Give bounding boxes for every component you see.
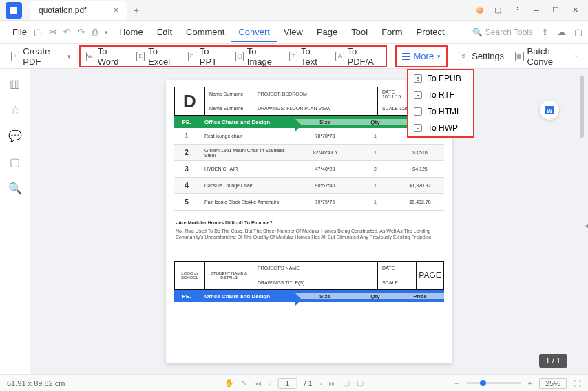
fit-width-icon[interactable]: ▢ bbox=[343, 379, 350, 388]
gear-icon: ⚙ bbox=[459, 52, 468, 61]
to-excel-label: To Excel bbox=[148, 46, 176, 67]
menu-comment[interactable]: Comment bbox=[179, 27, 231, 37]
share-icon[interactable]: ⇪ bbox=[541, 27, 549, 37]
menu-form[interactable]: Form bbox=[375, 27, 409, 37]
first-page-icon[interactable]: ⏮ bbox=[254, 379, 262, 388]
th2-pe: PE. bbox=[174, 293, 199, 299]
ppt-icon: P bbox=[188, 52, 196, 61]
word-float-button[interactable]: W bbox=[540, 101, 559, 120]
to-word-button[interactable]: WTo Word bbox=[81, 43, 132, 70]
menu-page[interactable]: Page bbox=[310, 27, 344, 37]
titlebar: quotation.pdf × + ▢ ⋮ ─ ☐ ✕ bbox=[0, 0, 588, 21]
th-size: Size bbox=[295, 119, 355, 125]
para-answer: No, That Used To Be The Case, But The Sh… bbox=[176, 228, 443, 240]
page-indicator-badge: 1 / 1 bbox=[539, 354, 567, 368]
document-canvas[interactable]: D Name Surname PROJECT: BEDROOM DATE 10/… bbox=[30, 69, 588, 374]
table2-header: PE. Office Chairs and Design Size Qty Pr… bbox=[174, 290, 444, 302]
attachments-icon[interactable]: ▢ bbox=[9, 156, 21, 168]
prev-page-icon[interactable]: ‹ bbox=[269, 379, 271, 388]
more-group-highlight: More ▾ bbox=[395, 45, 448, 67]
to-excel-button[interactable]: ETo Excel bbox=[131, 43, 182, 70]
create-pdf-label: Create PDF bbox=[23, 46, 63, 67]
account-icon[interactable] bbox=[476, 7, 483, 14]
help-icon[interactable]: ▢ bbox=[574, 27, 582, 37]
batch-convert-button[interactable]: ▦ Batch Conve › bbox=[510, 43, 582, 70]
print-icon[interactable]: ⎙ bbox=[92, 27, 98, 37]
fullscreen-icon[interactable]: ⛶ bbox=[574, 379, 581, 388]
zoom-in-icon[interactable]: + bbox=[528, 379, 532, 388]
page-total: / 1 bbox=[304, 379, 312, 388]
sidebar: ▥ ☆ 💬 ▢ 🔍 bbox=[0, 69, 30, 374]
menu-view[interactable]: View bbox=[277, 27, 310, 37]
menu-home[interactable]: Home bbox=[112, 27, 150, 37]
word-icon: W bbox=[86, 52, 94, 61]
search-panel-icon[interactable]: 🔍 bbox=[9, 182, 21, 194]
dropdown-to-epub[interactable]: ETo EPUB bbox=[408, 70, 473, 87]
to-ppt-button[interactable]: PTo PPT bbox=[182, 43, 230, 70]
batch-label: Batch Conve bbox=[527, 46, 571, 67]
comments-icon[interactable]: 💬 bbox=[9, 129, 21, 142]
hdr2-scale: SCALE bbox=[378, 275, 416, 289]
hdr2-date: DATE bbox=[378, 262, 416, 275]
to-text-button[interactable]: TTo Text bbox=[284, 43, 330, 70]
menu-protect[interactable]: Protect bbox=[409, 27, 451, 37]
save-icon[interactable]: ▢ bbox=[34, 27, 42, 37]
select-tool-icon[interactable]: ↖ bbox=[241, 379, 247, 388]
close-tab-icon[interactable]: × bbox=[114, 6, 118, 15]
hand-tool-icon[interactable]: ✋ bbox=[224, 379, 234, 388]
document-tab[interactable]: quotation.pdf × bbox=[30, 1, 127, 20]
to-image-button[interactable]: ▢To Image bbox=[230, 43, 284, 70]
html-icon: H bbox=[414, 107, 422, 116]
to-image-label: To Image bbox=[247, 46, 278, 67]
more-icon bbox=[402, 53, 410, 60]
menu-convert[interactable]: Convert bbox=[231, 27, 277, 42]
menu-file[interactable]: File bbox=[6, 27, 34, 37]
thumbnails-icon[interactable]: ▥ bbox=[9, 77, 21, 89]
menu-edit[interactable]: Edit bbox=[150, 27, 179, 37]
print-caret-icon[interactable]: ▾ bbox=[105, 29, 108, 36]
dropdown-to-hwp[interactable]: HTo HWP bbox=[408, 120, 473, 136]
notification-icon[interactable]: ▢ bbox=[493, 6, 503, 15]
tab-title: quotation.pdf bbox=[39, 6, 86, 15]
bookmarks-icon[interactable]: ☆ bbox=[9, 103, 21, 116]
hdr2-logo: LOGO or SCHOOL bbox=[175, 262, 205, 289]
th-qty: Qty bbox=[355, 119, 396, 125]
cloud-icon[interactable]: ☁ bbox=[557, 27, 566, 37]
redo-icon[interactable]: ↷ bbox=[78, 27, 85, 37]
zoom-slider[interactable] bbox=[466, 382, 521, 384]
convert-group-highlight: WTo Word ETo Excel PTo PPT ▢To Image TTo… bbox=[79, 45, 387, 67]
hdr-project: PROJECT: BEDROOM bbox=[253, 87, 378, 101]
hdr-name1: Name Surname bbox=[205, 87, 253, 101]
zoom-out-icon[interactable]: − bbox=[454, 379, 459, 388]
scrollbar[interactable] bbox=[580, 76, 584, 138]
next-page-icon[interactable]: › bbox=[319, 379, 322, 388]
dropdown-to-rtf[interactable]: RTo RTF bbox=[408, 87, 473, 103]
zoom-knob[interactable] bbox=[480, 380, 486, 386]
minimize-icon[interactable]: ─ bbox=[532, 6, 541, 15]
create-pdf-button[interactable]: + Create PDF ▾ bbox=[6, 43, 76, 70]
th2-qty: Qty bbox=[355, 293, 396, 299]
dropdown-to-html[interactable]: HTo HTML bbox=[408, 103, 473, 120]
more-button[interactable]: More ▾ bbox=[397, 48, 447, 64]
epub-icon: E bbox=[414, 74, 422, 83]
add-tab-button[interactable]: + bbox=[134, 5, 139, 16]
to-pdfa-button[interactable]: ATo PDF/A bbox=[330, 43, 385, 70]
fit-page-icon[interactable]: ▢ bbox=[357, 379, 364, 388]
epub-label: To EPUB bbox=[428, 74, 461, 83]
maximize-icon[interactable]: ☐ bbox=[551, 6, 560, 15]
expand-right-icon[interactable]: ◂ bbox=[585, 222, 588, 229]
settings-button[interactable]: ⚙ Settings bbox=[453, 48, 510, 64]
page-input[interactable]: 1 bbox=[277, 378, 297, 389]
kebab-menu-icon[interactable]: ⋮ bbox=[512, 6, 522, 15]
undo-icon[interactable]: ↶ bbox=[63, 27, 71, 37]
last-page-icon[interactable]: ⏭ bbox=[328, 379, 336, 388]
settings-label: Settings bbox=[472, 51, 504, 61]
search-icon: 🔍 bbox=[472, 28, 483, 37]
close-window-icon[interactable]: ✕ bbox=[570, 6, 580, 15]
search-tools[interactable]: 🔍 Search Tools bbox=[472, 28, 533, 37]
hdr2-drawings: DRAWINGS TITLE(S) bbox=[253, 275, 378, 289]
menu-tool[interactable]: Tool bbox=[344, 27, 375, 37]
zoom-value[interactable]: 25% bbox=[539, 378, 567, 389]
mail-icon[interactable]: ✉ bbox=[49, 27, 56, 37]
table-row: 2Ghidini 1961 Miami Chair In Stainless S… bbox=[174, 145, 444, 161]
